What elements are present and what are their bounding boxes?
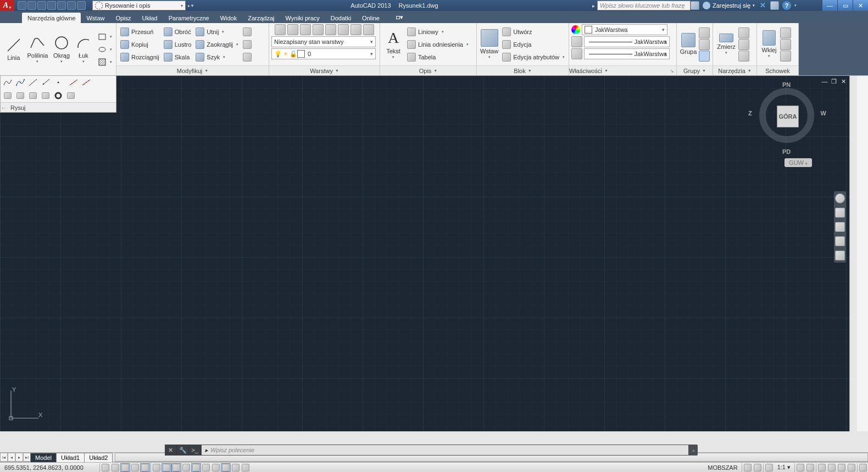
- snap-toggle[interactable]: [110, 463, 120, 472]
- infer-constraints-toggle[interactable]: [101, 463, 110, 472]
- annoscale-icon[interactable]: [764, 463, 774, 472]
- move-button[interactable]: Przesuń: [119, 26, 161, 38]
- qat-saveas-icon[interactable]: [47, 1, 56, 10]
- quickview-layouts-icon[interactable]: [743, 463, 753, 472]
- doc-restore-button[interactable]: ❐: [830, 78, 838, 85]
- polar-toggle[interactable]: [140, 463, 150, 472]
- viewcube[interactable]: GÓRA PN PD Z W: [754, 82, 820, 148]
- leader-button[interactable]: Linia odniesienia▾: [405, 38, 470, 51]
- qat-new-icon[interactable]: [18, 1, 26, 10]
- create-block-button[interactable]: Utwórz: [500, 26, 566, 38]
- insert-button[interactable]: Wstaw ▾: [479, 25, 499, 64]
- group-sel-icon[interactable]: [699, 51, 710, 62]
- layer-iso-icon[interactable]: [313, 24, 324, 35]
- lweight-icon[interactable]: [571, 36, 582, 47]
- annotation-scale[interactable]: 1:1 ▾: [774, 464, 794, 471]
- splinefit-icon[interactable]: [14, 77, 26, 88]
- modelspace-label[interactable]: MOBSZAR: [704, 464, 741, 471]
- drawing-area[interactable]: — ❐ ✕ Y X GÓRA PN PD Z W GUW▾: [0, 76, 849, 431]
- group-button[interactable]: Grupa: [679, 25, 698, 64]
- polyline-button[interactable]: Polilinia ▾: [26, 30, 49, 69]
- offset-button[interactable]: [241, 51, 253, 63]
- tab-insert[interactable]: Wstaw: [81, 13, 110, 23]
- layout-2-tab[interactable]: Układ2: [84, 453, 113, 462]
- circle-button[interactable]: Okrąg ▾: [50, 30, 73, 69]
- scale-button[interactable]: Skala: [162, 51, 193, 63]
- layer-freeze-icon[interactable]: [287, 24, 298, 35]
- group-edit-icon[interactable]: [699, 39, 710, 50]
- layout-next-button[interactable]: ▸: [15, 453, 23, 462]
- edit-block-button[interactable]: Edycja: [500, 38, 566, 51]
- layout-first-button[interactable]: I◂: [0, 453, 8, 462]
- close-button[interactable]: ✕: [853, 0, 868, 11]
- xline-icon[interactable]: [27, 77, 39, 88]
- cut-icon[interactable]: [780, 27, 791, 38]
- explode-button[interactable]: [241, 38, 253, 51]
- quickselect-icon[interactable]: [738, 39, 749, 50]
- qat-plot-icon[interactable]: [57, 1, 66, 10]
- autodesk360-icon[interactable]: [691, 1, 699, 10]
- tab-addins[interactable]: Dodatki: [325, 13, 357, 23]
- erase-button[interactable]: [241, 26, 253, 38]
- hatch-button[interactable]: ▾: [96, 56, 114, 68]
- fullnav-icon[interactable]: [835, 193, 845, 203]
- ws-switch-icon[interactable]: [817, 463, 827, 472]
- panel-groups-title[interactable]: Grupy▼: [677, 65, 713, 75]
- mirror-button[interactable]: Lustro: [162, 38, 193, 51]
- layer-current-dropdown[interactable]: 💡 ☀ 🔓 0: [271, 48, 376, 59]
- clipcopy-icon[interactable]: [780, 39, 791, 50]
- tab-view[interactable]: Widok: [215, 13, 243, 23]
- tab-layout[interactable]: Układ: [137, 13, 163, 23]
- grid-toggle[interactable]: [120, 463, 130, 472]
- ducs-toggle[interactable]: [181, 463, 191, 472]
- am-toggle[interactable]: [241, 463, 251, 472]
- wipeout-icon[interactable]: [14, 90, 26, 101]
- lwt-toggle[interactable]: [201, 463, 211, 472]
- quickcalc-icon[interactable]: [738, 51, 749, 62]
- cleanscreen-icon[interactable]: [858, 463, 868, 472]
- layout-last-button[interactable]: ▸I: [23, 453, 31, 462]
- ltype-icon[interactable]: [571, 48, 582, 59]
- fillet-button[interactable]: Zaokrąglij▾: [194, 38, 240, 51]
- workspace-switcher[interactable]: Rysowanie i opis ▾: [92, 1, 186, 10]
- ray-icon[interactable]: [40, 77, 52, 88]
- qat-redo-icon[interactable]: [77, 1, 86, 10]
- stayconnected-icon[interactable]: [770, 1, 779, 10]
- layout-prev-button[interactable]: ◂: [8, 453, 15, 462]
- ribbon-minimize-button[interactable]: ◘▾: [393, 12, 407, 23]
- command-input[interactable]: ▸Wpisz polecenie: [202, 445, 688, 455]
- ucs-icon[interactable]: Y X: [7, 386, 45, 425]
- vertical-scrollbar[interactable]: [849, 76, 857, 431]
- viewcube-top-face[interactable]: GÓRA: [777, 105, 799, 127]
- layout-model-tab[interactable]: Model: [30, 453, 57, 462]
- linetype-dropdown[interactable]: JakWarstwa: [584, 48, 670, 59]
- tab-home[interactable]: Narzędzia główne: [22, 13, 81, 23]
- quickview-drawings-icon[interactable]: [753, 463, 763, 472]
- cmd-config-button[interactable]: 🔧: [177, 445, 189, 456]
- paste-button[interactable]: Wklej ▾: [759, 25, 779, 64]
- rotate-button[interactable]: Obróć: [162, 26, 193, 38]
- viewcube-e[interactable]: W: [821, 110, 826, 116]
- tab-annotate[interactable]: Opisz: [110, 13, 136, 23]
- viewcube-n[interactable]: PN: [782, 81, 791, 88]
- toolbar-lock-icon[interactable]: [827, 463, 837, 472]
- ungroup-icon[interactable]: [699, 27, 710, 38]
- cmd-expand-button[interactable]: ▴: [689, 447, 698, 453]
- dim-linear-button[interactable]: Liniowy▾: [405, 26, 470, 38]
- panel-utils-title[interactable]: Narzędzia▼: [713, 65, 756, 75]
- ellipse-button[interactable]: ▾: [96, 43, 114, 55]
- tab-parametric[interactable]: Parametryczne: [163, 13, 215, 23]
- selectall-icon[interactable]: [738, 27, 749, 38]
- osnap-toggle[interactable]: [152, 463, 162, 472]
- coordinates[interactable]: 695.5351, 2264.8623, 0.0000: [0, 464, 99, 471]
- matchprop-icon[interactable]: [780, 51, 791, 62]
- infocenter-search[interactable]: Wpisz słowo kluczowe lub frazę: [597, 1, 691, 10]
- viewcube-w[interactable]: Z: [748, 110, 752, 116]
- layer-off-icon[interactable]: [275, 24, 286, 35]
- 3dosnap-toggle[interactable]: [162, 463, 171, 472]
- edit-attr-button[interactable]: Edycja atrybutów▾: [500, 51, 566, 63]
- ortho-toggle[interactable]: [130, 463, 140, 472]
- region-icon[interactable]: [2, 90, 14, 101]
- color-dropdown[interactable]: JakWarstwa: [582, 24, 667, 35]
- annovis-icon[interactable]: [795, 463, 805, 472]
